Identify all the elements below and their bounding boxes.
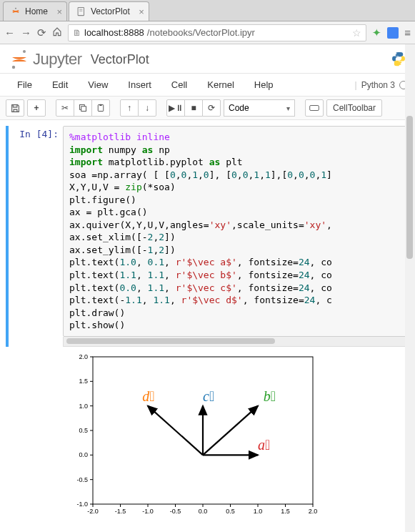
jupyter-logo-text: Jupyter <box>33 50 82 69</box>
scrollbar-thumb[interactable] <box>66 338 275 344</box>
svg-text:1.0: 1.0 <box>79 402 88 409</box>
run-button[interactable]: ▶⏸ <box>166 99 185 117</box>
svg-text:-1.0: -1.0 <box>142 508 154 515</box>
menu-insert[interactable]: Insert <box>118 77 161 93</box>
celltoolbar-button[interactable]: CellToolbar <box>326 99 382 117</box>
notebook-area: In [4]: %matplotlib inline import numpy … <box>0 120 415 532</box>
svg-text:0.5: 0.5 <box>226 508 235 515</box>
jupyter-icon <box>11 6 21 16</box>
quiver-plot: -1.0-0.50.00.51.01.52.0-2.0-1.5-1.0-0.50… <box>63 353 320 517</box>
svg-text:-1.5: -1.5 <box>115 508 126 515</box>
svg-text:0.0: 0.0 <box>199 508 208 515</box>
svg-rect-12 <box>310 106 319 111</box>
kernel-name: Python 3 <box>361 80 395 90</box>
menu-help[interactable]: Help <box>244 77 284 93</box>
svg-text:-0.5: -0.5 <box>76 476 88 483</box>
svg-point-5 <box>12 66 15 69</box>
svg-rect-1 <box>78 7 84 15</box>
cell-output: -1.0-0.50.00.51.01.52.0-2.0-1.5-1.0-0.50… <box>63 353 412 517</box>
svg-text:0.5: 0.5 <box>79 427 88 434</box>
svg-text:d⃗: d⃗ <box>142 388 154 404</box>
svg-text:-2.0: -2.0 <box>87 508 99 515</box>
browser-toolbar: ← → ⟳ 🗎 localhost:8888/notebooks/VectorP… <box>0 21 415 44</box>
svg-text:2.0: 2.0 <box>309 508 318 515</box>
scrollbar-thumb[interactable] <box>406 116 413 259</box>
jupyter-logo-icon <box>9 49 30 70</box>
jupyter-menubar: File Edit View Insert Cell Kernel Help |… <box>0 74 415 97</box>
svg-point-6 <box>396 53 397 54</box>
svg-rect-11 <box>100 104 102 106</box>
url-host: localhost <box>84 27 121 38</box>
extension-icon[interactable]: ✦ <box>372 26 381 39</box>
svg-text:2.0: 2.0 <box>79 353 88 360</box>
url-path: /notebooks/VectorPlot.ipyr <box>147 27 255 38</box>
notebook-icon <box>76 6 86 16</box>
jupyter-toolbar: + ✂ ↑ ↓ ▶⏸ ■ ⟳ Code CellToolbar <box>0 97 415 120</box>
url-bar[interactable]: 🗎 localhost:8888/notebooks/VectorPlot.ip… <box>68 24 366 41</box>
notebook-name[interactable]: VectorPlot <box>91 52 149 67</box>
close-icon[interactable]: × <box>139 6 144 17</box>
extension-icon-2[interactable] <box>387 27 399 39</box>
svg-rect-9 <box>81 107 86 112</box>
move-up-button[interactable]: ↑ <box>120 99 139 117</box>
forward-icon[interactable]: → <box>21 26 31 39</box>
back-icon[interactable]: ← <box>4 26 15 39</box>
close-icon[interactable]: × <box>56 6 62 17</box>
svg-point-4 <box>23 50 26 53</box>
menu-icon[interactable]: ≡ <box>404 26 411 39</box>
menu-cell[interactable]: Cell <box>161 77 197 93</box>
url-port: :8888 <box>121 27 144 38</box>
browser-tab-strip: Home × VectorPlot × <box>0 0 415 21</box>
jupyter-logo[interactable]: Jupyter <box>9 49 82 70</box>
svg-text:0.0: 0.0 <box>79 451 88 458</box>
code-cell[interactable]: In [4]: %matplotlib inline import numpy … <box>6 126 412 347</box>
stop-button[interactable]: ■ <box>184 99 203 117</box>
svg-text:-1.0: -1.0 <box>76 501 88 508</box>
tab-title: VectorPlot <box>91 6 130 16</box>
restart-button[interactable]: ⟳ <box>202 99 221 117</box>
vertical-scrollbar[interactable] <box>405 44 415 532</box>
browser-tab-notebook[interactable]: VectorPlot × <box>69 1 149 21</box>
save-button[interactable] <box>6 99 24 117</box>
move-down-button[interactable]: ↓ <box>138 99 156 117</box>
code-input[interactable]: %matplotlib inline import numpy as np im… <box>63 126 412 337</box>
svg-text:b⃗: b⃗ <box>264 388 276 404</box>
home-icon[interactable] <box>52 26 62 39</box>
menu-edit[interactable]: Edit <box>42 77 78 93</box>
svg-text:1.5: 1.5 <box>79 378 88 385</box>
input-prompt: In [4]: <box>11 126 63 347</box>
copy-button[interactable] <box>74 99 92 117</box>
python-logo-icon <box>391 51 406 69</box>
browser-tab-home[interactable]: Home × <box>3 1 67 21</box>
svg-text:1.5: 1.5 <box>281 508 290 515</box>
svg-point-0 <box>15 8 16 9</box>
star-icon[interactable]: ☆ <box>352 27 361 39</box>
page-icon: 🗎 <box>73 28 81 38</box>
horizontal-scrollbar[interactable]: ▸ <box>63 337 412 347</box>
svg-text:1.0: 1.0 <box>254 508 263 515</box>
cut-button[interactable]: ✂ <box>56 99 74 117</box>
add-cell-button[interactable]: + <box>27 99 46 117</box>
svg-text:a⃗: a⃗ <box>258 437 270 453</box>
paste-button[interactable] <box>91 99 110 117</box>
svg-text:c⃗: c⃗ <box>203 388 214 404</box>
svg-text:-0.5: -0.5 <box>170 508 181 515</box>
command-palette-button[interactable] <box>305 99 324 117</box>
tab-title: Home <box>25 6 48 16</box>
reload-icon[interactable]: ⟳ <box>37 26 46 39</box>
svg-point-7 <box>401 63 402 64</box>
menu-kernel[interactable]: Kernel <box>197 77 244 93</box>
celltype-select[interactable]: Code <box>224 99 295 117</box>
menu-file[interactable]: File <box>7 77 42 93</box>
jupyter-header: Jupyter VectorPlot <box>0 44 415 74</box>
menu-view[interactable]: View <box>78 77 118 93</box>
